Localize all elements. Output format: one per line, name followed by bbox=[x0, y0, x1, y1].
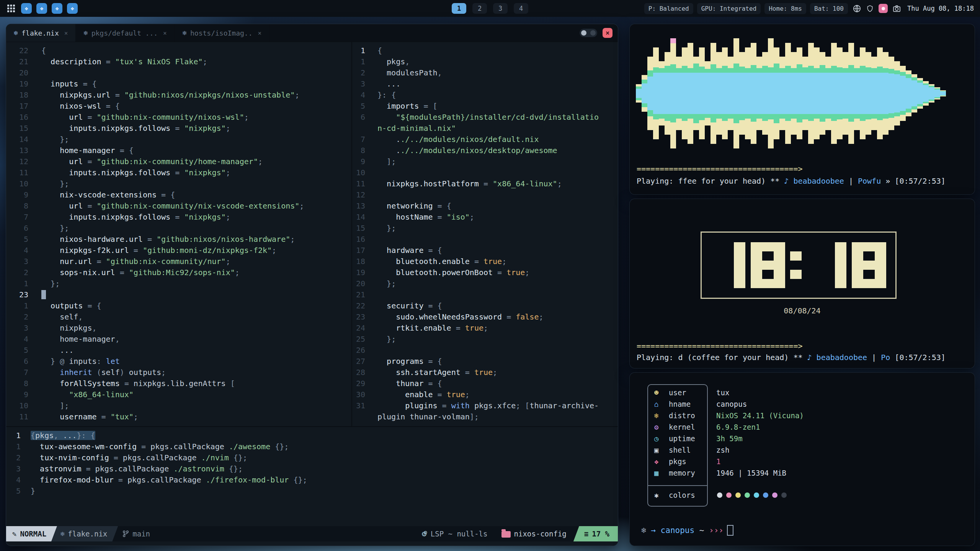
code-line: 11 nixpkgs.hostPlatform = "x86_64-linux"… bbox=[352, 178, 618, 189]
code-text: }; bbox=[371, 278, 396, 289]
palette-dot bbox=[772, 492, 777, 498]
line-number: 16 bbox=[6, 112, 34, 123]
fetch-distro-label: distro bbox=[669, 410, 695, 421]
workspace-tag-4[interactable]: 4 bbox=[514, 3, 528, 14]
command-line[interactable] bbox=[6, 541, 618, 546]
code-line: 23 sudo.wheelNeedsPassword = false; bbox=[352, 311, 618, 323]
code-text: forAllSystems = nixpkgs.lib.genAttrs [ bbox=[34, 378, 235, 389]
line-number: 5 bbox=[6, 486, 25, 497]
code-text: modulesPath, bbox=[371, 67, 442, 78]
code-text: description = "tux's NixOS Flake"; bbox=[34, 56, 207, 67]
line-number: 23 bbox=[6, 289, 34, 300]
tab-hosts-isoImag..[interactable]: ❄hosts/isoImag..× bbox=[175, 24, 270, 42]
line-number: 9 bbox=[6, 189, 34, 201]
recorder-icon[interactable] bbox=[879, 4, 888, 13]
code-text: }; bbox=[371, 223, 396, 234]
fetch-colors-label: colors bbox=[669, 490, 695, 500]
code-line: 17 nixos-wsl = { bbox=[6, 101, 351, 112]
line-number: 1 bbox=[352, 56, 371, 67]
taskbar-app-2[interactable]: ❖ bbox=[36, 3, 47, 14]
code-text: }; bbox=[34, 134, 69, 145]
code-text: ssh.startAgent = true; bbox=[371, 367, 497, 378]
line-number: 15 bbox=[352, 223, 371, 234]
clock-digit bbox=[711, 242, 745, 288]
shield-icon[interactable] bbox=[866, 4, 874, 13]
line-number: 14 bbox=[6, 134, 34, 145]
editor-window: ❄flake.nix×❄pkgs/default ...×❄hosts/isoI… bbox=[6, 24, 618, 546]
taskbar-app-3[interactable]: ❖ bbox=[52, 3, 62, 14]
editor-pane-right[interactable]: 1{1 pkgs,2 modulesPath,3 ...4}: {5 impor… bbox=[352, 42, 618, 426]
line-number: 3 bbox=[6, 463, 25, 474]
line-number: 27 bbox=[352, 356, 371, 367]
line-number: 31 bbox=[352, 400, 371, 411]
code-line: 21 bbox=[352, 289, 618, 300]
terminal-prompt[interactable]: ❄ → canopus ~ ››› bbox=[641, 525, 733, 536]
line-number: 6 bbox=[352, 112, 371, 123]
taskbar-app-1[interactable]: ❖ bbox=[21, 3, 32, 14]
palette-dot bbox=[735, 492, 741, 498]
code-text: nixpkgs, bbox=[34, 323, 97, 334]
window-close-button[interactable]: × bbox=[603, 28, 612, 38]
line-number: 23 bbox=[352, 311, 371, 323]
line-number: 19 bbox=[352, 267, 371, 278]
text-segment: ffee for your head) ** bbox=[678, 176, 784, 186]
code-line: 11 inputs.nixpkgs.follows = "nixpkgs"; bbox=[6, 167, 351, 178]
code-text: astronvim = pkgs.callPackage ./astronvim… bbox=[25, 463, 243, 474]
code-text: plugin thunar-volman]; bbox=[371, 411, 479, 422]
code-line: 2 modulesPath, bbox=[352, 67, 618, 78]
code-line: 31 plugins = with pkgs.xfce; [thunar-arc… bbox=[352, 400, 618, 411]
code-line: 2 sops-nix.url = "github:Mic92/sops-nix"… bbox=[6, 267, 351, 278]
code-line: 1 pkgs, bbox=[352, 56, 618, 67]
line-number: 29 bbox=[352, 378, 371, 389]
code-text: pkgs, bbox=[371, 56, 410, 67]
editor-pane-left[interactable]: 22{21 description = "tux's NixOS Flake";… bbox=[6, 42, 352, 426]
code-line: 8 ../../modules/nixos/desktop/awesome bbox=[352, 145, 618, 156]
theme-toggle[interactable] bbox=[580, 29, 597, 37]
line-number: 6 bbox=[6, 223, 34, 234]
color-palette bbox=[717, 492, 787, 498]
fetch-distro-icon: ❄ bbox=[654, 410, 658, 421]
code-line: 4}: { bbox=[352, 90, 618, 101]
network-icon[interactable] bbox=[853, 4, 861, 13]
tab-close-icon[interactable]: × bbox=[64, 29, 68, 37]
code-line: 9 ]; bbox=[352, 156, 618, 167]
code-line: 8 url = "github:nix-community/nix-vscode… bbox=[6, 201, 351, 212]
code-line: plugin thunar-volman]; bbox=[352, 411, 618, 422]
code-line: 26 bbox=[352, 345, 618, 356]
text-segment: canopus bbox=[661, 526, 699, 535]
line-number: 1 bbox=[6, 441, 25, 452]
workspace-tag-2[interactable]: 2 bbox=[472, 3, 487, 14]
code-line: 5 imports = [ bbox=[352, 101, 618, 112]
code-line: 2 self, bbox=[6, 311, 351, 323]
clock-digit bbox=[790, 242, 802, 288]
palette-dot bbox=[745, 492, 750, 498]
progress-separator: ===================================> bbox=[637, 341, 802, 350]
code-text: } @ inputs: let bbox=[34, 356, 120, 367]
code-line: 5 nixos-hardware.url = "github:nixos/nix… bbox=[6, 234, 351, 245]
editor-splits: 22{21 description = "tux's NixOS Flake";… bbox=[6, 42, 618, 426]
tab-flake.nix[interactable]: ❄flake.nix× bbox=[6, 24, 76, 42]
camera-icon[interactable] bbox=[892, 4, 901, 13]
taskbar-app-4[interactable]: ❖ bbox=[67, 3, 78, 14]
editor-pane-bottom[interactable]: 1{pkgs, ...}: {1 tux-awesome-wm-config =… bbox=[6, 426, 618, 526]
status-gpu: GPU: Integrated bbox=[697, 3, 761, 14]
topbar-left: ❖❖❖❖ bbox=[6, 3, 78, 14]
text-segment: ♪ beabadoobee bbox=[784, 176, 844, 186]
workspace-tag-3[interactable]: 3 bbox=[493, 3, 508, 14]
line-number: 3 bbox=[352, 78, 371, 90]
datetime[interactable]: Thu Aug 08, 18:18 bbox=[906, 5, 974, 12]
app-launcher-button[interactable] bbox=[6, 3, 16, 13]
code-line: 5} bbox=[6, 486, 618, 497]
workspace-tag-1[interactable]: 1 bbox=[452, 3, 466, 14]
tab-close-icon[interactable]: × bbox=[258, 29, 262, 37]
code-text: sudo.wheelNeedsPassword = false; bbox=[371, 311, 544, 323]
tab-close-icon[interactable]: × bbox=[163, 29, 167, 37]
code-text: nur.url = "github:nix-community/nur"; bbox=[34, 256, 230, 267]
code-text: self, bbox=[34, 311, 83, 323]
line-number: 10 bbox=[352, 167, 371, 178]
code-line: 7 ../../modules/nixos/default.nix bbox=[352, 134, 618, 145]
tab-pkgs-default-...[interactable]: ❄pkgs/default ...× bbox=[76, 24, 175, 42]
fetch-pkgs-label: pkgs bbox=[669, 456, 686, 467]
line-number: 24 bbox=[352, 323, 371, 334]
clock-digit bbox=[812, 242, 846, 288]
